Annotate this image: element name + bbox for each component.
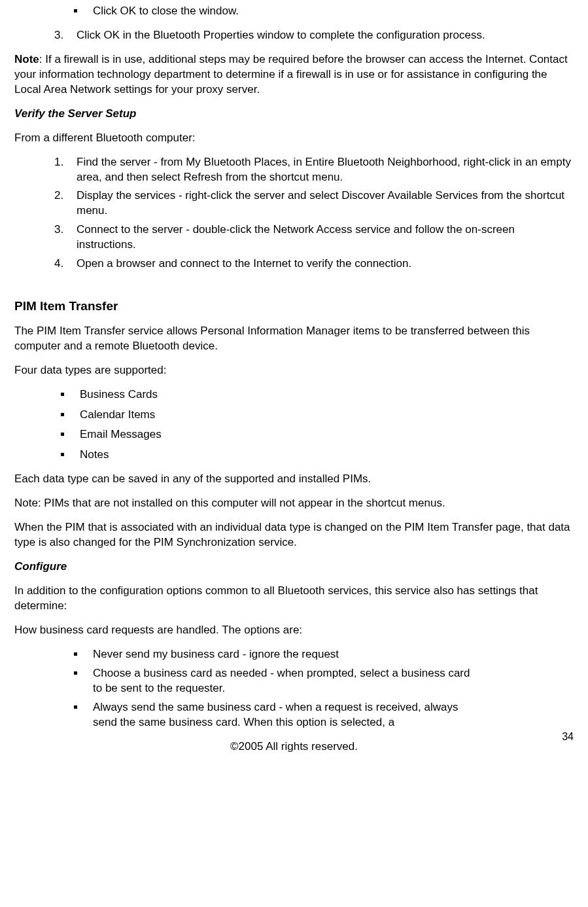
configure-intro: In addition to the configuration options… [14, 584, 574, 614]
bc-options-list: Never send my business card - ignore the… [14, 647, 574, 730]
pim-intro: The PIM Item Transfer service allows Per… [14, 324, 574, 354]
pim-data-types-list: Business Cards Calendar Items Email Mess… [14, 387, 574, 463]
list-item: Always send the same business card - whe… [85, 700, 574, 730]
list-item: Notes [72, 448, 574, 463]
list-item: Display the services - right-click the s… [67, 188, 574, 219]
list-item: Calendar Items [72, 408, 574, 423]
list-item: Click OK to close the window. [85, 4, 574, 19]
list-item: Click OK in the Bluetooth Properties win… [67, 28, 574, 43]
bc-intro: How business card requests are handled. … [14, 623, 574, 638]
list-item: Choose a business card as needed - when … [85, 666, 574, 696]
verify-intro: From a different Bluetooth computer: [14, 131, 574, 146]
note-label: Note [14, 53, 39, 65]
list-item: Never send my business card - ignore the… [85, 647, 574, 662]
verify-heading: Verify the Server Setup [14, 107, 574, 122]
list-item: Find the server - from My Bluetooth Plac… [67, 155, 574, 185]
note-text: : If a firewall is in use, additional st… [14, 53, 568, 96]
list-item: Business Cards [72, 387, 574, 402]
list-item: Connect to the server - double-click the… [67, 222, 574, 253]
verify-steps-list: Find the server - from My Bluetooth Plac… [14, 155, 574, 272]
configure-heading: Configure [14, 560, 574, 575]
note-paragraph: Note: If a firewall is in use, additiona… [14, 52, 574, 98]
pim-data-intro: Four data types are supported: [14, 363, 574, 378]
pim-para3: When the PIM that is associated with an … [14, 520, 574, 550]
pim-para1: Each data type can be saved in any of th… [14, 472, 574, 487]
footer-text: ©2005 All rights reserved. [230, 740, 358, 753]
page-number: 34 [562, 730, 574, 744]
list-item: Email Messages [72, 427, 574, 442]
pim-heading: PIM Item Transfer [14, 298, 574, 315]
list-item: Open a browser and connect to the Intern… [67, 257, 574, 272]
pim-para2: Note: PIMs that are not installed on thi… [14, 496, 574, 511]
